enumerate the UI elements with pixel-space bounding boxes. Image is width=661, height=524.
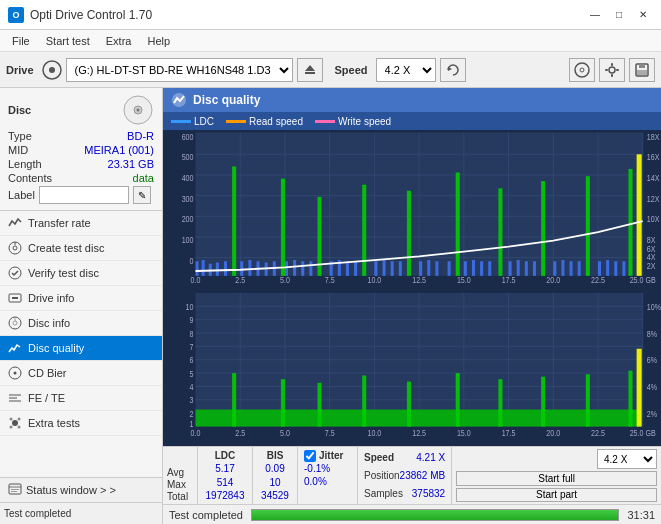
refresh-button[interactable]: [440, 58, 466, 82]
svg-rect-100: [533, 261, 536, 276]
disc-button[interactable]: [569, 58, 595, 82]
svg-rect-65: [232, 166, 236, 275]
sidebar-item-disc-info[interactable]: i Disc info: [0, 311, 162, 336]
svg-text:17.5: 17.5: [502, 276, 516, 286]
disc-quality-chart: 600 500 400 300 200 100 0 18X 16X 14X 12…: [163, 130, 661, 446]
svg-rect-71: [281, 179, 285, 276]
svg-text:6: 6: [190, 356, 195, 366]
length-label: Length: [8, 158, 42, 170]
svg-rect-11: [616, 69, 619, 71]
disc-info-icon: i: [8, 316, 22, 330]
jitter-checkbox[interactable]: [304, 450, 316, 462]
close-button[interactable]: ✕: [633, 6, 653, 24]
legend-read-speed: Read speed: [249, 116, 303, 127]
svg-rect-163: [232, 373, 236, 426]
ldc-avg: 5.17: [215, 463, 234, 474]
svg-rect-10: [605, 69, 608, 71]
svg-text:3: 3: [190, 396, 195, 406]
svg-text:5.0: 5.0: [280, 429, 290, 439]
label-key: Label: [8, 189, 35, 201]
svg-text:22.5: 22.5: [591, 276, 605, 286]
svg-text:12.5: 12.5: [412, 276, 426, 286]
speed-select-stats[interactable]: 4.2 X: [597, 449, 657, 469]
bis-avg: 0.09: [265, 463, 284, 474]
speed-label: Speed: [335, 64, 368, 76]
progress-track: [251, 509, 619, 521]
sidebar-item-verify-test-disc[interactable]: Verify test disc: [0, 261, 162, 286]
sidebar-item-extra-tests[interactable]: Extra tests: [0, 411, 162, 436]
svg-rect-110: [622, 261, 625, 276]
length-value: 23.31 GB: [108, 158, 154, 170]
svg-text:10X: 10X: [647, 215, 660, 225]
svg-rect-75: [309, 261, 312, 276]
svg-rect-64: [224, 261, 227, 276]
svg-rect-165: [317, 383, 321, 427]
svg-text:100: 100: [182, 235, 194, 245]
svg-text:0.0: 0.0: [191, 429, 201, 439]
svg-rect-23: [12, 297, 18, 299]
sidebar-item-transfer-rate[interactable]: Transfer rate: [0, 211, 162, 236]
svg-rect-74: [301, 261, 304, 276]
start-full-button[interactable]: Start full: [456, 471, 657, 486]
verify-test-disc-label: Verify test disc: [28, 267, 99, 279]
svg-rect-166: [362, 376, 366, 427]
svg-point-17: [137, 109, 140, 112]
svg-text:15.0: 15.0: [457, 429, 471, 439]
menu-help[interactable]: Help: [139, 33, 178, 49]
svg-rect-102: [553, 261, 556, 276]
svg-text:9: 9: [190, 316, 194, 326]
menu-file[interactable]: File: [4, 33, 38, 49]
svg-rect-80: [354, 261, 357, 276]
svg-text:2: 2: [190, 409, 194, 419]
svg-text:10.0: 10.0: [367, 276, 381, 286]
samples-value: 375832: [412, 488, 445, 499]
verify-test-disc-icon: [8, 266, 22, 280]
label-edit-button[interactable]: ✎: [133, 186, 151, 204]
svg-rect-82: [374, 261, 377, 276]
svg-point-35: [10, 426, 13, 429]
sidebar-item-create-test-disc[interactable]: Create test disc: [0, 236, 162, 261]
svg-rect-172: [628, 371, 632, 427]
chart-header-icon: [171, 92, 187, 108]
settings-button[interactable]: [599, 58, 625, 82]
svg-rect-103: [561, 260, 564, 276]
svg-text:10.0: 10.0: [367, 429, 381, 439]
sidebar-item-drive-info[interactable]: Drive info: [0, 286, 162, 311]
sidebar-nav: Transfer rate Create test disc Verify te…: [0, 211, 162, 477]
sidebar-item-fe-te[interactable]: FE / TE: [0, 386, 162, 411]
chart-title: Disc quality: [193, 93, 260, 107]
position-label: Position: [364, 470, 400, 481]
save-button[interactable]: [629, 58, 655, 82]
type-label: Type: [8, 130, 32, 142]
create-test-disc-label: Create test disc: [28, 242, 104, 254]
disc-quality-icon: [8, 341, 22, 355]
minimize-button[interactable]: —: [585, 6, 605, 24]
sidebar: Disc Type BD-R MID MEIRA1 (001) Length 2…: [0, 88, 163, 524]
svg-text:i: i: [14, 316, 15, 322]
svg-rect-8: [611, 63, 613, 66]
drive-select[interactable]: (G:) HL-DT-ST BD-RE WH16NS48 1.D3: [66, 58, 293, 82]
speed-stat-label: Speed: [364, 452, 394, 463]
status-window-button[interactable]: Status window > >: [0, 477, 162, 502]
contents-label: Contents: [8, 172, 52, 184]
mid-value: MEIRA1 (001): [84, 144, 154, 156]
menu-extra[interactable]: Extra: [98, 33, 140, 49]
svg-rect-94: [480, 261, 483, 276]
maximize-button[interactable]: □: [609, 6, 629, 24]
svg-rect-93: [472, 260, 475, 276]
sidebar-item-cd-bier[interactable]: CD Bier: [0, 361, 162, 386]
sidebar-item-disc-quality[interactable]: Disc quality: [0, 336, 162, 361]
cd-bier-icon: [8, 366, 22, 380]
svg-text:20.0: 20.0: [546, 276, 560, 286]
bis-max: 10: [269, 477, 280, 488]
eject-button[interactable]: [297, 58, 323, 82]
svg-text:4: 4: [190, 382, 195, 392]
start-part-button[interactable]: Start part: [456, 488, 657, 503]
svg-point-5: [575, 63, 589, 77]
bottom-progress-bar: Test completed 31:31: [163, 504, 661, 524]
menu-starttest[interactable]: Start test: [38, 33, 98, 49]
label-input[interactable]: [39, 186, 129, 204]
speed-select[interactable]: 4.2 X: [376, 58, 436, 82]
bis-total: 34529: [261, 490, 289, 501]
svg-text:14X: 14X: [647, 173, 660, 183]
